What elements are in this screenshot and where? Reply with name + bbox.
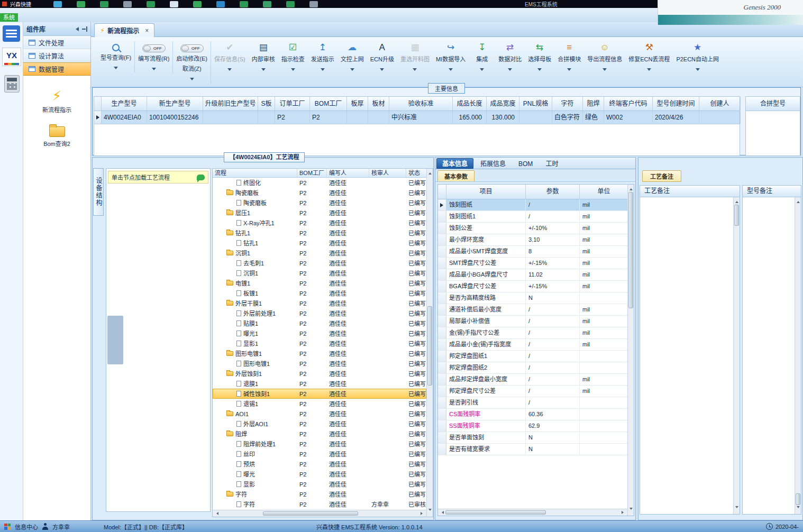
process-tree-row[interactable]: 陶瓷磨板 P2 酒佳佳 已编写	[213, 198, 426, 208]
column-header[interactable]: 单位	[580, 185, 628, 199]
parameter-value-cell[interactable]: /	[526, 397, 580, 408]
process-tree-row[interactable]: X-Ray冲孔1 P2 酒佳佳 已编写	[213, 218, 426, 228]
tab-basic-params[interactable]: 基本参数	[437, 170, 474, 181]
process-tree-row[interactable]: 曝光1 P2 酒佳佳 已编写	[213, 328, 426, 338]
model-search-button[interactable]: 型号查询(F)	[97, 41, 135, 72]
table-icon[interactable]	[100, 1, 108, 7]
cell[interactable]	[258, 111, 275, 124]
scroll-right-icon[interactable]	[622, 511, 625, 514]
parameter-row[interactable]: BGA焊盘尺寸公差 +/-15% mil	[438, 281, 627, 292]
instruction-check-button[interactable]: ☑ 指示检查	[278, 41, 308, 74]
process-tree-row[interactable]: AOI1 P2 酒佳佳 已编写	[213, 409, 426, 419]
parameter-row[interactable]: 是否为高精度线路 N	[438, 292, 627, 304]
parameter-row[interactable]: SMT焊盘尺寸公差 +/-15% mil	[438, 258, 627, 269]
document-icon[interactable]	[170, 1, 178, 7]
ecn-upgrade-button[interactable]: A ECN升级	[367, 41, 397, 74]
dropdown-arrow-icon[interactable]	[321, 68, 325, 73]
search-icon[interactable]	[53, 1, 62, 7]
scroll-down-icon[interactable]	[735, 506, 738, 510]
column-header[interactable]: BOM工厂	[310, 97, 347, 111]
tool-new-process-instruction[interactable]: ⚡ 新流程指示	[23, 84, 90, 118]
dropdown-arrow-icon[interactable]	[508, 68, 512, 73]
dropdown-arrow-icon[interactable]	[114, 67, 118, 71]
cell[interactable]: P2	[275, 111, 310, 124]
dropdown-arrow-icon[interactable]	[567, 68, 571, 73]
parameter-row[interactable]: 通道补偿后最小宽度 / mil	[438, 304, 627, 316]
parameter-row[interactable]: 是否单面蚀刻 N	[438, 432, 627, 444]
scrollbar-thumb[interactable]	[734, 205, 739, 226]
parameter-value-cell[interactable]: N	[526, 444, 580, 455]
column-header[interactable]: 状态	[406, 169, 427, 177]
process-tree-row[interactable]: 图形电镀1 P2 酒佳佳 已编写	[213, 348, 426, 359]
column-header[interactable]: 板材	[368, 97, 389, 111]
dropdown-arrow-icon[interactable]	[152, 68, 156, 72]
cell[interactable]: 10010400152246	[147, 111, 203, 124]
merge-module-button[interactable]: ≡ 合拼模块	[554, 41, 584, 74]
dropdown-arrow-icon[interactable]	[261, 68, 266, 73]
package-icon[interactable]	[286, 1, 295, 7]
parameter-row[interactable]: 是否剥引线 /	[438, 397, 627, 409]
column-header[interactable]: 阻焊	[583, 97, 604, 111]
parameter-value-cell[interactable]: N	[526, 292, 580, 304]
parameters-vertical-scrollbar[interactable]	[627, 185, 634, 516]
parameter-row[interactable]: 最小焊环宽度 3.10 mil	[438, 234, 627, 246]
parameter-row[interactable]: CS面残铜率 60.36	[438, 409, 627, 420]
column-header[interactable]: 验收标准	[389, 97, 453, 111]
collapse-left-icon[interactable]	[74, 27, 79, 31]
cell[interactable]	[347, 111, 368, 124]
scrollbar-thumb[interactable]	[263, 511, 358, 516]
cancel-button[interactable]: 取消(Z)	[182, 64, 202, 72]
cell[interactable]	[519, 111, 552, 124]
process-tree-row[interactable]: 阻焊 P2 酒佳佳 已编写	[213, 429, 426, 439]
process-tree-row[interactable]: 外层AOI1 P2 酒佳佳 已编写	[213, 419, 426, 429]
cell[interactable]: P2	[310, 111, 347, 124]
column-header[interactable]: 核审人	[369, 169, 406, 177]
sidebar-item-data-management[interactable]: 数据管理	[23, 62, 90, 76]
image-icon[interactable]	[263, 1, 271, 7]
users-icon[interactable]	[240, 1, 248, 7]
process-tree-row[interactable]: 曝光 P2 酒佳佳 已编写	[213, 469, 426, 479]
write-process-label[interactable]: 编写流程(R)	[138, 54, 169, 62]
parameter-value-cell[interactable]: /	[526, 362, 580, 373]
column-header[interactable]: 成品长度	[453, 97, 487, 111]
copy-icon[interactable]	[193, 1, 202, 7]
process-tree-row[interactable]: 预烘 P2 酒佳佳 已编写	[213, 459, 426, 469]
tree-horizontal-scrollbar[interactable]	[213, 510, 426, 517]
scrollbar-thumb[interactable]	[427, 306, 432, 386]
system-menu[interactable]: 系统	[0, 13, 18, 22]
p2ecn-auto-upload-button[interactable]: ★ P2ECN自动上网	[673, 41, 722, 74]
cell[interactable]	[203, 111, 258, 124]
parameter-value-cell[interactable]: /	[526, 316, 580, 327]
dropdown-arrow-icon[interactable]	[227, 68, 232, 73]
settings-icon[interactable]	[309, 1, 318, 7]
process-tree-row[interactable]: 沉铜1 P2 酒佳佳 已编写	[213, 248, 426, 258]
tab-work-hours[interactable]: 工时	[540, 158, 564, 169]
tab-equipment-structure[interactable]: 设备结构	[93, 168, 104, 216]
tree-vertical-scrollbar[interactable]	[426, 169, 433, 517]
cell[interactable]: 绿色	[583, 111, 604, 124]
process-tree-row[interactable]: 外层干膜1 P2 酒佳佳 已编写	[213, 298, 426, 308]
tab-extended-info[interactable]: 拓展信息	[474, 158, 512, 169]
parameter-value-cell[interactable]: /	[526, 386, 580, 397]
process-tree-row[interactable]: 终固化 P2 酒佳佳 已编写	[213, 178, 426, 188]
process-tree-row[interactable]: 字符 P2 酒佳佳 已编写	[213, 489, 426, 499]
parameter-value-cell[interactable]: /	[526, 374, 580, 385]
repair-ecn-button[interactable]: ⚒ 修复ECN丢流程	[625, 41, 673, 74]
cell[interactable]: 中兴标准	[389, 111, 453, 124]
refresh-icon[interactable]	[77, 1, 85, 7]
parameter-value-cell[interactable]: +/-15%	[526, 258, 580, 269]
process-tree-row[interactable]: 外层前处理1 P2 酒佳佳 已编写	[213, 308, 426, 318]
process-tree-row[interactable]: 显影1 P2 酒佳佳 已编写	[213, 338, 426, 348]
parameter-row[interactable]: 蚀刻图纸1 / mil	[438, 211, 627, 223]
process-tree-row[interactable]: 陶瓷磨板 P2 酒佳佳 已编写	[213, 188, 426, 198]
process-tree-row[interactable]: 贴膜1 P2 酒佳佳 已编写	[213, 318, 426, 328]
process-tree-row[interactable]: 外层蚀刻1 P2 酒佳佳 已编写	[213, 369, 426, 379]
dropdown-arrow-icon[interactable]	[380, 68, 384, 73]
column-header[interactable]: 生产型号	[102, 97, 147, 111]
parameter-row[interactable]: 邦定焊盘图纸2 /	[438, 362, 627, 374]
background-window-genesis[interactable]: Genesis 2000	[658, 0, 803, 25]
process-tree-row[interactable]: 沉铜1 P2 酒佳佳 已编写	[213, 268, 426, 278]
column-header[interactable]: 板厚	[347, 97, 368, 111]
process-tree-row[interactable]: 退膜1 P2 酒佳佳 已编写	[213, 379, 426, 389]
send-instruction-button[interactable]: ↥ 发送指示	[308, 41, 337, 74]
